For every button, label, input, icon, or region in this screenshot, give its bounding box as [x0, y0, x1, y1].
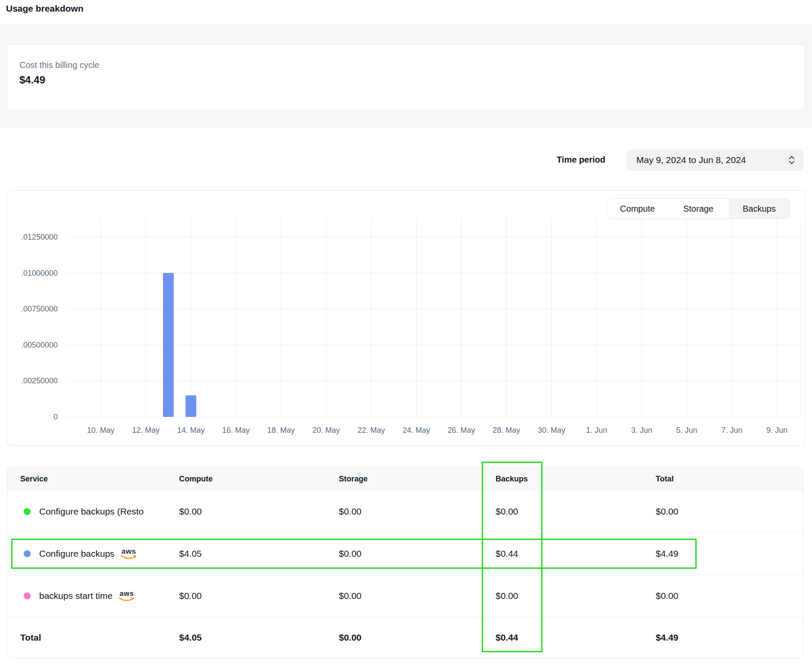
cost-cycle-label: Cost this billing cycle [19, 60, 99, 70]
aws-logo-icon: aws [121, 548, 137, 560]
bar-13-May [163, 273, 174, 417]
backups-value: $0.44 [496, 549, 518, 559]
total-value: $0.00 [656, 506, 679, 517]
x-axis-tick-label: 22. May [357, 426, 385, 435]
page-title: Usage breakdown [6, 3, 84, 14]
storage-total: $0.00 [339, 632, 362, 643]
cost-cycle-value: $4.49 [19, 74, 45, 86]
column-header-service: Service [20, 474, 48, 483]
storage-value: $0.00 [339, 549, 362, 559]
backups-total: $0.44 [496, 632, 518, 643]
storage-value: $0.00 [339, 506, 362, 517]
compute-value: $4.05 [179, 549, 202, 559]
x-axis-tick-label: 7. Jun [721, 426, 742, 435]
y-axis-tick-label: .01250000 [21, 233, 58, 241]
table-row: Configure backups (Resto$0.00$0.00$0.00$… [7, 490, 803, 533]
column-header-total: Total [656, 474, 674, 483]
backups-value: $0.00 [496, 506, 518, 517]
total-row-label: Total [20, 632, 41, 643]
compute-value: $0.00 [179, 506, 202, 517]
column-header-backups: Backups [496, 474, 528, 483]
time-period-label: Time period [557, 155, 605, 165]
x-axis-tick-label: 18. May [267, 426, 295, 435]
y-axis-tick-label: 0 [53, 413, 58, 421]
table-row: Configure backupsaws$4.05$0.00$0.44$4.49 [7, 533, 803, 575]
y-axis-tick-label: .01000000 [21, 269, 58, 278]
table-body: Configure backups (Resto$0.00$0.00$0.00$… [7, 490, 803, 658]
chevron-up-down-icon [788, 154, 796, 166]
series-color-dot [24, 508, 31, 515]
table-row: backups start timeaws$0.00$0.00$0.00$0.0… [7, 575, 803, 617]
x-axis-tick-label: 28. May [493, 426, 520, 435]
total-value: $4.49 [656, 549, 679, 559]
x-axis-tick-label: 5. Jun [676, 426, 697, 435]
compute-value: $0.00 [179, 591, 202, 601]
aws-logo-icon: aws [118, 590, 135, 602]
x-axis-tick-label: 26. May [448, 426, 475, 435]
time-period-value: May 9, 2024 to Jun 8, 2024 [636, 155, 788, 165]
x-axis-tick-label: 3. Jun [631, 426, 652, 435]
x-axis-tick-label: 1. Jun [586, 426, 607, 435]
time-period-select[interactable]: May 9, 2024 to Jun 8, 2024 [627, 149, 803, 171]
bar-14-May [186, 395, 196, 417]
usage-table: ServiceComputeStorageBackupsTotal Config… [7, 467, 803, 658]
series-color-dot [24, 550, 31, 557]
storage-value: $0.00 [339, 591, 362, 601]
tab-backups[interactable]: Backups [729, 199, 790, 219]
x-axis-tick-label: 9. Jun [766, 426, 787, 435]
x-axis-tick-label: 10. May [87, 426, 115, 435]
service-name: Configure backups (Resto [39, 506, 144, 517]
grand-total: $4.49 [656, 632, 679, 643]
column-header-compute: Compute [179, 474, 213, 483]
x-axis-tick-label: 14. May [177, 426, 205, 435]
table-header-row: ServiceComputeStorageBackupsTotal [7, 467, 803, 490]
x-axis-tick-label: 20. May [312, 426, 340, 435]
backups-value: $0.00 [496, 591, 518, 601]
y-axis-tick-label: .00500000 [21, 341, 58, 349]
column-header-storage: Storage [339, 474, 368, 483]
chart-tabs: ComputeStorageBackups [607, 198, 790, 219]
tab-compute[interactable]: Compute [607, 199, 668, 219]
x-axis-tick-label: 16. May [222, 426, 250, 435]
compute-total: $4.05 [179, 632, 202, 643]
service-name: Configure backupsaws [39, 548, 137, 560]
tab-storage[interactable]: Storage [668, 199, 728, 219]
y-axis-tick-label: .00750000 [21, 305, 58, 313]
x-axis-tick-label: 24. May [403, 426, 430, 435]
service-name: backups start timeaws [39, 590, 135, 602]
total-value: $0.00 [656, 591, 679, 601]
x-axis-tick-label: 30. May [538, 426, 565, 435]
series-color-dot [24, 592, 31, 599]
usage-chart-card: .01250000.01000000.00750000.00500000.002… [7, 190, 805, 446]
y-axis-tick-label: .00250000 [21, 376, 58, 385]
table-total-row: Total$4.05$0.00$0.44$4.49 [7, 617, 803, 658]
usage-chart: .01250000.01000000.00750000.00500000.002… [7, 191, 806, 446]
cost-card: Cost this billing cycle $4.49 [7, 44, 805, 111]
x-axis-tick-label: 12. May [132, 426, 160, 435]
